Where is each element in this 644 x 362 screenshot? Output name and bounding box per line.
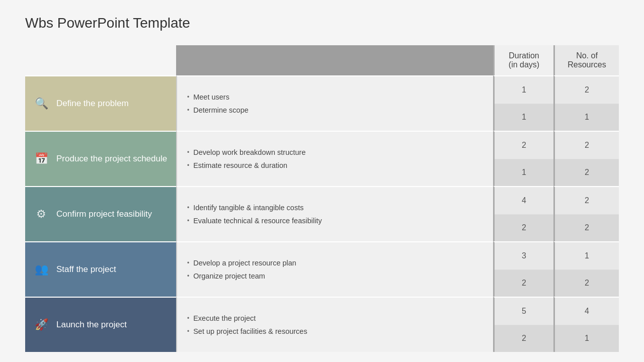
duration-cell: 1 — [495, 76, 553, 104]
phase-text: Estimate resource & duration — [193, 160, 287, 170]
phase-text: Develop a project resource plan — [193, 258, 296, 268]
duration-cell: 2 — [495, 215, 553, 242]
phase-item: •Identify tangible & intangible costs — [187, 203, 483, 213]
table-header: Duration(in days) No. ofResources — [25, 45, 619, 75]
bullet-icon: • — [187, 272, 189, 281]
row-label-text-confirm: Confirm project feasibility — [56, 209, 152, 220]
table-row: 👥Staff the project•Develop a project res… — [25, 241, 619, 297]
duration-col-staff: 32 — [493, 241, 553, 297]
bullet-icon: • — [187, 93, 189, 102]
phase-text: Determine scope — [193, 105, 249, 115]
calendar-icon: 📅 — [33, 152, 49, 165]
phase-text: Execute the project — [193, 313, 256, 323]
gear-icon: ⚙ — [33, 208, 49, 221]
phase-item: •Develop work breakdown structure — [187, 147, 483, 157]
phase-item: •Meet users — [187, 92, 483, 102]
duration-cell: 4 — [495, 187, 553, 215]
header-resources: No. ofResources — [553, 45, 619, 75]
duration-col-confirm: 42 — [493, 186, 553, 241]
row-label-text-staff: Staff the project — [56, 264, 116, 275]
table-row: 📅Produce the project schedule•Develop wo… — [25, 131, 619, 186]
phase-text: Meet users — [193, 92, 229, 102]
duration-cell: 1 — [495, 159, 553, 187]
phases-cell-staff: •Develop a project resource plan•Organiz… — [176, 241, 493, 297]
phases-cell-confirm: •Identify tangible & intangible costs•Ev… — [176, 186, 493, 241]
phase-item: •Determine scope — [187, 105, 483, 115]
rocket-icon: 🚀 — [33, 318, 49, 331]
bullet-icon: • — [187, 204, 189, 212]
resource-cell: 2 — [555, 215, 619, 242]
duration-col-define: 11 — [493, 75, 553, 131]
duration-cell: 1 — [495, 104, 553, 131]
resource-cell: 2 — [555, 187, 619, 215]
row-label-launch: 🚀Launch the project — [25, 297, 176, 352]
duration-col-launch: 52 — [493, 297, 553, 352]
phase-item: •Estimate resource & duration — [187, 160, 483, 170]
table-row: 🔍Define the problem•Meet users•Determine… — [25, 75, 619, 131]
phase-item: •Set up project facilities & resources — [187, 326, 483, 336]
resource-cell: 2 — [555, 270, 619, 297]
header-empty-cell — [25, 45, 176, 75]
duration-col-produce: 21 — [493, 131, 553, 186]
bullet-icon: • — [187, 327, 189, 336]
resources-col-define: 21 — [553, 75, 619, 131]
row-label-text-launch: Launch the project — [56, 319, 127, 330]
phases-cell-define: •Meet users•Determine scope — [176, 75, 493, 131]
bullet-icon: • — [187, 161, 189, 170]
bullet-icon: • — [187, 148, 189, 157]
resources-col-launch: 41 — [553, 297, 619, 352]
phase-text: Set up project facilities & resources — [193, 326, 307, 336]
duration-cell: 5 — [495, 298, 553, 325]
bullet-icon: • — [187, 314, 189, 323]
resources-col-produce: 22 — [553, 131, 619, 186]
phase-text: Identify tangible & intangible costs — [193, 203, 303, 213]
resource-cell: 1 — [555, 242, 619, 270]
row-label-confirm: ⚙Confirm project feasibility — [25, 186, 176, 241]
phase-text: Organize project team — [193, 271, 265, 281]
phase-item: •Execute the project — [187, 313, 483, 323]
page-title: Wbs PowerPoint Template — [25, 15, 619, 31]
phase-item: •Evaluate technical & resource feasibili… — [187, 216, 483, 226]
phase-item: •Develop a project resource plan — [187, 258, 483, 268]
phase-text: Develop work breakdown structure — [193, 147, 305, 157]
duration-cell: 2 — [495, 270, 553, 297]
resource-cell: 1 — [555, 325, 619, 352]
table-row: 🚀Launch the project•Execute the project•… — [25, 297, 619, 352]
row-label-text-define: Define the problem — [56, 98, 129, 109]
resource-cell: 2 — [555, 132, 619, 159]
bullet-icon: • — [187, 259, 189, 267]
phase-text: Evaluate technical & resource feasibilit… — [193, 216, 322, 226]
resources-col-staff: 12 — [553, 241, 619, 297]
row-label-text-produce: Produce the project schedule — [56, 153, 167, 164]
resource-cell: 2 — [555, 76, 619, 104]
bullet-icon: • — [187, 217, 189, 225]
resource-cell: 1 — [555, 104, 619, 131]
row-label-produce: 📅Produce the project schedule — [25, 131, 176, 186]
search-icon: 🔍 — [33, 97, 49, 110]
duration-cell: 3 — [495, 242, 553, 270]
people-icon: 👥 — [33, 263, 49, 276]
header-duration: Duration(in days) — [493, 45, 553, 75]
bullet-icon: • — [187, 106, 189, 115]
row-label-define: 🔍Define the problem — [25, 75, 176, 131]
resources-col-confirm: 22 — [553, 186, 619, 241]
duration-cell: 2 — [495, 325, 553, 352]
table: Duration(in days) No. ofResources 🔍Defin… — [25, 45, 619, 352]
row-label-staff: 👥Staff the project — [25, 241, 176, 297]
table-row: ⚙Confirm project feasibility•Identify ta… — [25, 186, 619, 241]
resource-cell: 4 — [555, 298, 619, 325]
header-phases — [176, 45, 493, 75]
phases-cell-produce: •Develop work breakdown structure•Estima… — [176, 131, 493, 186]
resource-cell: 2 — [555, 159, 619, 187]
table-body: 🔍Define the problem•Meet users•Determine… — [25, 75, 619, 352]
phases-cell-launch: •Execute the project•Set up project faci… — [176, 297, 493, 352]
duration-cell: 2 — [495, 132, 553, 159]
phase-item: •Organize project team — [187, 271, 483, 281]
